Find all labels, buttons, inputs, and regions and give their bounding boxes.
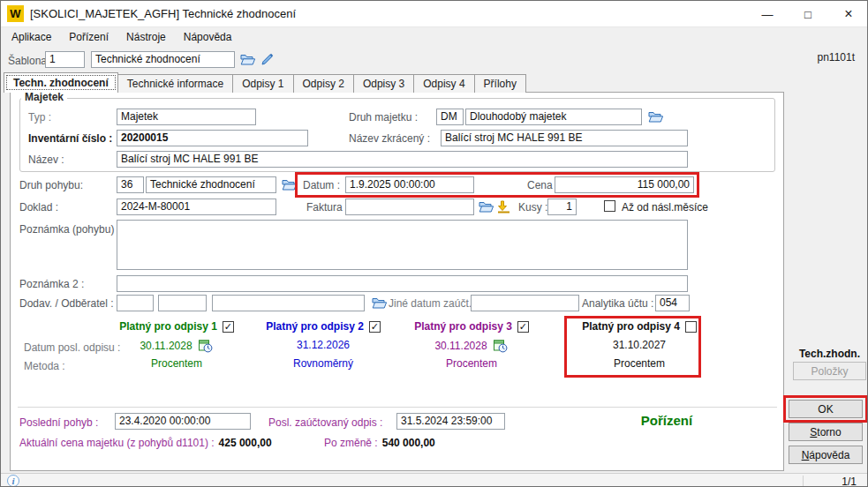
druh-pohybu-folder-icon[interactable] bbox=[281, 177, 297, 191]
form-panel: Majetek Typ : Majetek Druh majetku : DM … bbox=[10, 92, 784, 471]
majetek-group-title: Majetek bbox=[21, 91, 67, 103]
odpisy-1-date: 30.11.2028 bbox=[140, 340, 192, 352]
posl-odpis-label: Posl. zaúčtovaný odpis : bbox=[268, 416, 382, 430]
cena-field[interactable]: 115 000,00 bbox=[555, 176, 694, 193]
title-bar: W [SKOLICI_MAJETEK_AGFH] Technické zhodn… bbox=[1, 1, 868, 27]
tab-odpisy-1[interactable]: Odpisy 1 bbox=[232, 74, 293, 93]
import-download-icon[interactable] bbox=[495, 199, 511, 214]
dodavatel-field-1[interactable] bbox=[117, 295, 154, 311]
side-section-label: Tech.zhodn. bbox=[799, 348, 860, 360]
dodavatel-folder-icon[interactable] bbox=[371, 296, 387, 310]
doklad-field[interactable]: 2024-M-80001 bbox=[117, 199, 276, 215]
maximize-button-icon[interactable]: □ bbox=[788, 1, 828, 27]
doklad-label: Doklad : bbox=[19, 201, 58, 214]
inventarni-cislo-field[interactable]: 20200015 bbox=[117, 130, 308, 146]
edit-pencil-icon[interactable] bbox=[260, 52, 275, 66]
aktualni-cena-line: Aktuální cena majetku (z pohybů d1101) :… bbox=[19, 437, 272, 450]
odpisy-4-title: Platný pro odpisy 4 bbox=[582, 320, 680, 333]
odpisy-2-checkbox[interactable]: ✓ bbox=[369, 321, 381, 333]
faktura-folder-icon[interactable] bbox=[478, 199, 494, 214]
poznamka-textarea[interactable] bbox=[117, 220, 688, 270]
minimize-button-icon[interactable]: — bbox=[747, 1, 788, 27]
po-zmene-value: 540 000,00 bbox=[382, 437, 435, 449]
druh-majetku-name-field[interactable]: Dlouhodobý majetek bbox=[465, 109, 642, 125]
napoveda-label: ápověda bbox=[809, 449, 849, 461]
sablona-name-field[interactable]: Technické zhodnocení bbox=[91, 51, 235, 68]
nazev-zkraceny-field[interactable]: Balící stroj MC HALE 991 BE bbox=[441, 130, 688, 146]
napoveda-button[interactable]: Nápověda bbox=[789, 446, 863, 464]
app-logo-icon: W bbox=[7, 5, 24, 22]
dodavatel-field-3[interactable] bbox=[212, 295, 365, 311]
odpisy-4-date: 31.10.2027 bbox=[613, 339, 666, 351]
storno-label: torno bbox=[817, 426, 841, 438]
odpisy-2-date: 31.12.2026 bbox=[297, 339, 350, 351]
odpisy-2-title: Platný pro odpisy 2 bbox=[266, 320, 364, 333]
info-icon[interactable]: i bbox=[7, 475, 19, 487]
dodavatel-field-2[interactable] bbox=[158, 295, 207, 311]
porizeni-status-text: Pořízení bbox=[618, 413, 715, 428]
tab-odpisy-2[interactable]: Odpisy 2 bbox=[293, 74, 354, 93]
poznamka-label: Poznámka (pohybu) : bbox=[19, 223, 120, 236]
poznamka2-label: Poznámka 2 : bbox=[19, 278, 84, 291]
statusbar-divider bbox=[803, 476, 804, 487]
odpisy-1-title: Platný pro odpisy 1 bbox=[119, 320, 217, 333]
status-bar: i 1/1 bbox=[1, 473, 868, 487]
menu-nastroje[interactable]: Nástroje bbox=[117, 28, 175, 46]
posl-odpis-field[interactable]: 31.5.2024 23:59:00 bbox=[396, 413, 505, 430]
menu-aplikace[interactable]: Aplikace bbox=[3, 28, 60, 46]
typ-field[interactable]: Majetek bbox=[117, 109, 256, 125]
storno-button[interactable]: Storno bbox=[789, 423, 863, 441]
menu-bar: Aplikace Pořízení Nástroje Nápověda bbox=[1, 27, 868, 47]
tab-odpisy-3[interactable]: Odpisy 3 bbox=[353, 74, 414, 93]
page-indicator: 1/1 bbox=[842, 476, 857, 487]
druh-pohybu-name-field[interactable]: Technické zhodnocení bbox=[146, 176, 276, 193]
posledni-pohyb-field[interactable]: 23.4.2020 00:00:00 bbox=[115, 413, 251, 430]
druh-pohybu-code-field[interactable]: 36 bbox=[117, 176, 144, 193]
druh-majetku-label: Druh majetku : bbox=[349, 111, 418, 124]
typ-label: Typ : bbox=[28, 111, 51, 124]
open-folder-icon[interactable] bbox=[239, 52, 255, 66]
odpisy-column-2: Platný pro odpisy 2 ✓ 31.12.2026 Rovnomě… bbox=[253, 320, 394, 377]
tab-technicke-informace[interactable]: Technické informace bbox=[117, 74, 233, 93]
tab-odpisy-4[interactable]: Odpisy 4 bbox=[413, 74, 474, 93]
poznamka2-field[interactable] bbox=[117, 275, 688, 292]
druh-majetku-code-field[interactable]: DM bbox=[436, 109, 464, 125]
odpisy-3-date: 30.11.2028 bbox=[434, 340, 487, 352]
app-window: W [SKOLICI_MAJETEK_AGFH] Technické zhodn… bbox=[0, 0, 868, 487]
jine-datum-label: Jiné datum zaúčt. : bbox=[389, 297, 478, 311]
tab-prilohy[interactable]: Přílohy bbox=[474, 74, 526, 93]
odpisy-1-checkbox[interactable]: ✓ bbox=[223, 321, 234, 333]
calendar-clock-icon[interactable] bbox=[198, 339, 214, 353]
nazev-field[interactable]: Balící stroj MC HALE 991 BE bbox=[117, 151, 688, 168]
dodavatel-label: Dodav. / Odběratel : bbox=[19, 297, 114, 311]
tab-techn-zhodnoceni[interactable]: Techn. zhodnocení bbox=[4, 72, 118, 93]
odpisy-3-title: Platný pro odpisy 3 bbox=[414, 320, 512, 333]
odpisy-4-checkbox[interactable] bbox=[685, 321, 697, 333]
posledni-pohyb-label: Poslední pohyb : bbox=[19, 416, 98, 430]
napoveda-accesskey: N bbox=[802, 449, 810, 461]
analytika-label: Analytika účtu : bbox=[582, 297, 653, 311]
inventarni-cislo-label: Inventární číslo : bbox=[28, 132, 112, 146]
sablona-number-field[interactable]: 1 bbox=[45, 51, 85, 68]
tab-bar: Techn. zhodnocení Technické informace Od… bbox=[4, 72, 525, 93]
jine-datum-field[interactable] bbox=[471, 295, 579, 311]
window-title: [SKOLICI_MAJETEK_AGFH] Technické zhodnoc… bbox=[30, 7, 296, 20]
form-code: pn1101t bbox=[818, 51, 856, 64]
datum-field[interactable]: 1.9.2025 00:00:00 bbox=[345, 176, 474, 193]
odpisy-column-1: Platný pro odpisy 1 ✓ 30.11.2028 Procent… bbox=[106, 320, 247, 377]
faktura-field[interactable] bbox=[345, 199, 474, 215]
po-zmene-line: Po změně : 540 000,00 bbox=[324, 437, 435, 450]
druh-majetku-folder-icon[interactable] bbox=[647, 109, 663, 124]
az-od-checkbox[interactable] bbox=[604, 200, 615, 212]
po-zmene-label: Po změně : bbox=[324, 437, 378, 450]
calendar-clock-icon[interactable] bbox=[493, 339, 509, 353]
close-button-icon[interactable]: × bbox=[828, 1, 868, 27]
odpisy-3-checkbox[interactable]: ✓ bbox=[517, 321, 529, 333]
menu-porizeni[interactable]: Pořízení bbox=[60, 28, 117, 46]
analytika-field[interactable]: 054 bbox=[655, 295, 690, 311]
ok-button[interactable]: OK bbox=[789, 400, 863, 418]
odpisy-column-3: Platný pro odpisy 3 ✓ 30.11.2028 Procent… bbox=[401, 320, 542, 377]
odpisy-4-method: Procentem bbox=[614, 357, 665, 370]
kusy-field[interactable]: 1 bbox=[547, 199, 577, 215]
menu-napoveda[interactable]: Nápověda bbox=[175, 28, 241, 46]
